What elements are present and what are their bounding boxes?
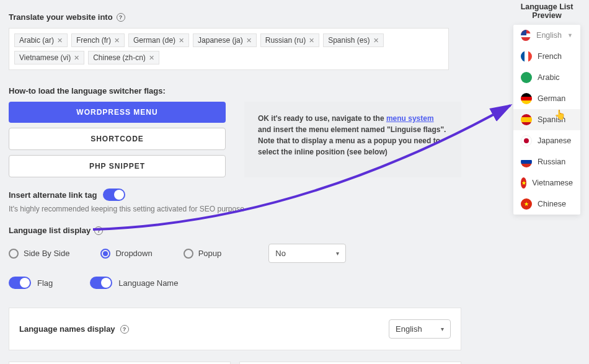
flag-icon — [521, 177, 526, 189]
names-display-select[interactable]: English▾ — [389, 319, 451, 339]
language-chip[interactable]: Vietnamese (vi)✕ — [14, 51, 84, 64]
language-chips[interactable]: Arabic (ar)✕French (fr)✕German (de)✕Japa… — [9, 28, 449, 70]
close-icon[interactable]: ✕ — [74, 54, 79, 62]
info-post: and insert the menu element named "Lingu… — [258, 125, 446, 156]
preview-item[interactable]: Japanese — [513, 130, 580, 151]
info-pre: OK it's ready to use, navigate to the — [258, 114, 386, 123]
radio-dropdown-label: Dropdown — [115, 249, 152, 258]
language-chip[interactable]: Russian (ru)✕ — [260, 33, 319, 47]
chip-label: Japanese (ja) — [198, 36, 243, 45]
chip-label: Vietnamese (vi) — [19, 53, 71, 62]
preview-item[interactable]: German — [513, 88, 580, 109]
php-snippet-button[interactable]: PHP SNIPPET — [9, 155, 226, 177]
translate-into-label: Translate your website into ? — [9, 12, 580, 22]
chip-label: Arabic (ar) — [19, 36, 54, 45]
language-chip[interactable]: Chinese (zh-cn)✕ — [88, 51, 159, 64]
alt-link-toggle[interactable] — [103, 189, 125, 201]
flag-icon — [521, 51, 532, 62]
language-chip[interactable]: French (fr)✕ — [71, 33, 125, 47]
language-chip[interactable]: German (de)✕ — [128, 33, 189, 47]
preview-item-label: Arabic — [538, 73, 559, 82]
lang-name-toggle-label: Language Name — [118, 278, 178, 288]
preview-title: Language List Preview — [513, 0, 580, 25]
preview-item[interactable]: English▼ — [513, 25, 580, 46]
flag-icon — [521, 135, 532, 146]
preview-item-label: Chinese — [538, 200, 566, 208]
shortcode-button[interactable]: SHORTCODE — [9, 128, 226, 150]
radio-popup[interactable]: Popup — [184, 249, 222, 259]
flag-toggle[interactable] — [9, 277, 31, 289]
chip-label: Spanish (es) — [328, 36, 370, 45]
preview-item-label: Russian — [538, 158, 565, 166]
help-icon[interactable]: ? — [120, 325, 129, 334]
chevron-down-icon: ▾ — [441, 326, 444, 332]
preview-item-label: Japanese — [538, 136, 571, 145]
radio-side-by-side[interactable]: Side By Side — [9, 249, 69, 259]
preview-item[interactable]: French — [513, 46, 580, 67]
preview-item-label: Vietnamese — [532, 179, 573, 187]
preview-item[interactable]: Russian — [513, 151, 580, 172]
alt-link-hint: It's highly recommended keeping this set… — [9, 205, 580, 213]
close-icon[interactable]: ✕ — [57, 37, 63, 45]
loader-label: How-to load the language switcher flags: — [9, 86, 580, 95]
preview-item[interactable]: Vietnamese — [513, 172, 580, 193]
preview-item-label: German — [538, 94, 565, 103]
close-icon[interactable]: ✕ — [149, 54, 154, 62]
wordpress-menu-button[interactable]: WORDPRESS MENU — [9, 102, 226, 123]
chip-label: French (fr) — [76, 36, 111, 45]
preview-item[interactable]: Spanish — [513, 109, 580, 130]
flag-icon — [521, 198, 532, 210]
help-icon[interactable]: ? — [94, 226, 103, 235]
preview-list: English▼FrenchArabicGermanSpanishJapanes… — [513, 25, 580, 215]
radio-popup-label: Popup — [198, 249, 222, 258]
alt-link-label: Insert alternate link tag — [9, 190, 97, 200]
info-box: OK it's ready to use, navigate to the me… — [244, 102, 461, 177]
language-chip[interactable]: Arabic (ar)✕ — [14, 33, 68, 47]
radio-dropdown[interactable]: Dropdown — [100, 249, 152, 259]
language-chip[interactable]: Spanish (es)✕ — [323, 33, 383, 47]
flag-icon — [521, 72, 532, 83]
preview-item-label: English — [536, 31, 562, 40]
preview-item-label: French — [538, 52, 562, 61]
flag-toggle-label: Flag — [37, 278, 53, 288]
close-icon[interactable]: ✕ — [179, 37, 184, 45]
chip-label: Chinese (zh-cn) — [93, 53, 146, 62]
preview-item[interactable]: Arabic — [513, 67, 580, 88]
loader-label-text: How-to load the language switcher flags: — [9, 86, 166, 95]
translate-label-text: Translate your website into — [9, 12, 113, 22]
flag-icon — [521, 93, 532, 104]
chevron-down-icon: ▾ — [336, 250, 339, 257]
list-display-label: Language list display ? — [9, 226, 580, 235]
help-icon[interactable]: ? — [117, 13, 125, 22]
language-chip[interactable]: Japanese (ja)✕ — [193, 33, 257, 47]
list-display-label-text: Language list display — [9, 226, 91, 235]
chip-label: German (de) — [133, 36, 175, 45]
close-icon[interactable]: ✕ — [373, 37, 379, 45]
names-display-value: English — [396, 324, 422, 334]
select-no[interactable]: No▾ — [268, 244, 346, 263]
flag-icon — [521, 156, 532, 167]
flag-icon — [521, 30, 531, 41]
menu-system-link[interactable]: menu system — [386, 114, 434, 123]
preview-item[interactable]: Chinese — [513, 193, 580, 215]
names-display-label: Language names display — [19, 324, 115, 334]
chip-label: Russian (ru) — [265, 36, 306, 45]
radio-side-label: Side By Side — [24, 249, 69, 258]
close-icon[interactable]: ✕ — [309, 37, 314, 45]
chevron-down-icon: ▼ — [567, 32, 573, 38]
language-name-toggle[interactable] — [90, 277, 112, 289]
close-icon[interactable]: ✕ — [114, 37, 120, 45]
flag-icon — [521, 114, 532, 125]
close-icon[interactable]: ✕ — [246, 37, 252, 45]
cursor-icon: 👆 — [554, 109, 566, 120]
select-no-value: No — [275, 249, 286, 258]
